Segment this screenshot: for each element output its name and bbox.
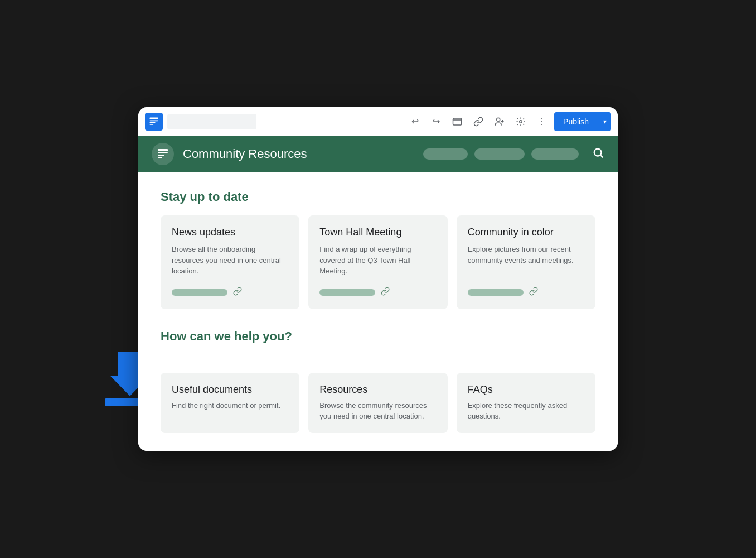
link-icon-2	[381, 287, 390, 298]
bottom-section: Useful documents Find the right document…	[138, 373, 618, 451]
card-3-desc: Explore pictures from our recent communi…	[468, 244, 584, 277]
link-button[interactable]	[469, 113, 487, 131]
card-community-color[interactable]: Community in color Explore pictures from…	[457, 215, 595, 309]
search-icon[interactable]	[592, 147, 604, 162]
card-3-link-bar	[468, 289, 524, 296]
svg-point-8	[520, 121, 522, 123]
site-content: Community Resources Stay up to date	[138, 136, 618, 451]
card-2-title: Town Hall Meeting	[319, 227, 436, 238]
card-3-title: Community in color	[468, 227, 584, 238]
preview-button[interactable]	[448, 113, 466, 131]
card-useful-docs[interactable]: Useful documents Find the right document…	[161, 373, 299, 433]
settings-button[interactable]	[512, 113, 530, 131]
card-resources[interactable]: Resources Browse the community resources…	[308, 373, 447, 433]
toolbar-icons: ↩ ↪	[406, 112, 611, 131]
section2-title: How can we help you?	[161, 329, 595, 344]
site-logo	[152, 143, 174, 165]
add-user-button[interactable]	[491, 113, 508, 131]
card-1-footer	[172, 287, 288, 298]
site-header: Community Resources	[138, 136, 618, 172]
card-5-title: Resources	[319, 384, 436, 396]
section1-title: Stay up to date	[161, 190, 595, 204]
document-title-bar[interactable]	[167, 114, 256, 129]
card-town-hall[interactable]: Town Hall Meeting Find a wrap up of ever…	[308, 215, 447, 309]
card-1-link-bar	[172, 289, 227, 296]
svg-line-14	[600, 155, 603, 157]
toolbar: ↩ ↪	[138, 107, 618, 136]
card-4-title: Useful documents	[172, 384, 288, 396]
nav-item-3[interactable]	[531, 148, 579, 160]
undo-button[interactable]: ↩	[406, 113, 424, 131]
card-faqs[interactable]: FAQs Explore these frequently asked ques…	[457, 373, 595, 433]
card-2-footer	[319, 287, 436, 298]
cards-grid-2: Useful documents Find the right document…	[161, 373, 595, 433]
redo-button[interactable]: ↪	[427, 113, 445, 131]
svg-rect-10	[158, 152, 168, 153]
nav-item-1[interactable]	[423, 148, 468, 160]
chevron-down-icon: ▾	[603, 118, 607, 126]
publish-dropdown-button[interactable]: ▾	[598, 112, 611, 131]
svg-rect-4	[453, 118, 462, 125]
site-nav	[423, 148, 579, 160]
cards-grid-1: News updates Browse all the onboarding r…	[161, 215, 595, 309]
card-2-link-bar	[319, 289, 375, 296]
svg-point-13	[594, 148, 602, 156]
card-3-footer	[468, 287, 584, 298]
svg-rect-1	[150, 120, 158, 121]
card-news-updates[interactable]: News updates Browse all the onboarding r…	[161, 215, 299, 309]
main-content: Stay up to date News updates Browse all …	[138, 172, 618, 373]
card-1-desc: Browse all the onboarding resources you …	[172, 244, 288, 277]
svg-rect-3	[150, 124, 154, 125]
svg-point-5	[497, 118, 500, 121]
card-4-desc: Find the right document or permit.	[172, 400, 288, 411]
card-6-desc: Explore these frequently asked questions…	[468, 400, 584, 422]
card-1-title: News updates	[172, 227, 288, 238]
publish-button[interactable]: Publish	[554, 112, 598, 131]
card-5-desc: Browse the community resources you need …	[319, 400, 436, 422]
svg-rect-11	[158, 155, 164, 156]
nav-item-2[interactable]	[474, 148, 525, 160]
more-button[interactable]: ⋮	[533, 113, 551, 131]
site-title: Community Resources	[183, 147, 414, 161]
link-icon-3	[529, 287, 538, 298]
svg-rect-12	[158, 157, 162, 158]
app-logo	[145, 113, 163, 131]
svg-rect-0	[150, 117, 158, 119]
svg-rect-2	[150, 122, 156, 123]
card-6-title: FAQs	[468, 384, 584, 396]
browser-window: ↩ ↪	[138, 107, 618, 451]
svg-rect-9	[158, 149, 168, 151]
link-icon-1	[233, 287, 242, 298]
card-2-desc: Find a wrap up of everything covered at …	[319, 244, 436, 277]
